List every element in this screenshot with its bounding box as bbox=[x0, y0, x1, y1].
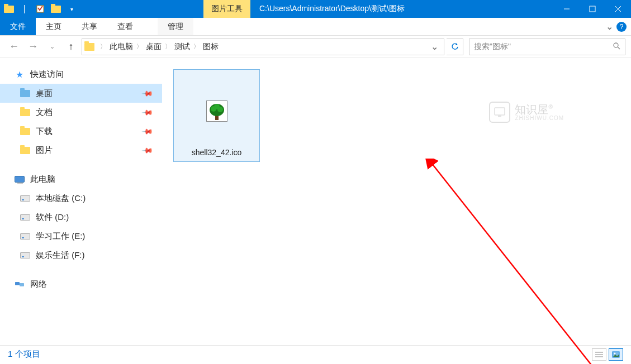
up-button[interactable]: ↑ bbox=[63, 39, 79, 55]
qat-dropdown-icon[interactable]: ▾ bbox=[66, 3, 77, 15]
svg-rect-2 bbox=[590, 6, 595, 12]
sidebar-drive-d[interactable]: 软件 (D:) bbox=[0, 208, 162, 227]
folder-icon bbox=[84, 43, 94, 51]
svg-rect-8 bbox=[20, 283, 24, 286]
sidebar-item-label: 桌面 bbox=[36, 88, 53, 99]
title-bar: | ▾ 图片工具 C:\Users\Administrator\Desktop\… bbox=[0, 0, 631, 18]
status-bar: 1 个项目 bbox=[0, 345, 631, 363]
annotation-arrow bbox=[335, 159, 626, 364]
tab-home[interactable]: 主页 bbox=[36, 18, 72, 35]
sidebar-item-desktop[interactable]: 桌面 📌 bbox=[0, 84, 162, 103]
sidebar-item-pictures[interactable]: 图片 📌 bbox=[0, 141, 162, 160]
svg-point-13 bbox=[214, 104, 220, 109]
back-button[interactable]: ← bbox=[6, 39, 22, 55]
svg-point-21 bbox=[614, 352, 616, 354]
pin-icon: 📌 bbox=[141, 144, 154, 156]
sidebar-drive-e[interactable]: 学习工作 (E:) bbox=[0, 227, 162, 246]
tab-share[interactable]: 共享 bbox=[72, 18, 107, 35]
pc-icon bbox=[15, 176, 25, 183]
address-dropdown-icon[interactable]: ⌄ bbox=[428, 41, 442, 52]
chevron-right-icon[interactable]: 〉 bbox=[134, 42, 145, 51]
watermark: 知识屋® ZHISHIWU.COM bbox=[489, 102, 564, 123]
window-title-path: C:\Users\Administrator\Desktop\测试\图标 bbox=[259, 4, 554, 14]
folder-icon bbox=[20, 128, 30, 135]
pin-icon: 📌 bbox=[141, 125, 154, 137]
minimize-button[interactable] bbox=[554, 0, 580, 18]
svg-rect-14 bbox=[495, 108, 505, 115]
sidebar-item-label: 图片 bbox=[36, 145, 53, 156]
svg-line-16 bbox=[431, 163, 609, 364]
sidebar-item-label: 娱乐生活 (F:) bbox=[36, 250, 85, 261]
tab-view[interactable]: 查看 bbox=[107, 18, 143, 35]
content-pane[interactable]: shell32_42.ico 知识屋® ZHISHIWU.COM bbox=[162, 58, 631, 345]
search-input[interactable]: 搜索"图标" bbox=[469, 39, 625, 55]
star-icon: ★ bbox=[15, 69, 25, 79]
refresh-button[interactable] bbox=[447, 39, 463, 55]
folder-icon bbox=[20, 109, 30, 116]
sidebar-drive-c[interactable]: 本地磁盘 (C:) bbox=[0, 189, 162, 208]
sidebar-item-label: 文档 bbox=[36, 107, 53, 118]
ribbon-tabs: 文件 主页 共享 查看 管理 ⌄ ? bbox=[0, 18, 631, 36]
breadcrumb[interactable]: 桌面 bbox=[145, 42, 163, 52]
recent-dropdown-icon[interactable]: ⌄ bbox=[44, 39, 60, 55]
navigation-bar: ← → ⌄ ↑ 〉 此电脑 〉 桌面 〉 测试 〉 图标 ⌄ 搜索"图标" bbox=[0, 36, 631, 58]
status-item-count: 1 个项目 bbox=[8, 349, 40, 360]
watermark-url: ZHISHIWU.COM bbox=[515, 115, 564, 121]
chevron-right-icon[interactable]: 〉 bbox=[191, 42, 202, 51]
search-icon[interactable] bbox=[613, 42, 620, 51]
sidebar-this-pc[interactable]: 此电脑 bbox=[0, 170, 162, 189]
pin-icon: 📌 bbox=[141, 87, 154, 99]
search-placeholder: 搜索"图标" bbox=[474, 42, 511, 52]
sidebar-network[interactable]: 网络 bbox=[0, 275, 162, 294]
help-icon[interactable]: ? bbox=[616, 22, 627, 32]
sidebar-item-label: 下载 bbox=[36, 126, 53, 137]
close-button[interactable] bbox=[605, 0, 631, 18]
watermark-brand: 知识屋® bbox=[515, 104, 564, 115]
contextual-tab-header: 图片工具 bbox=[203, 0, 250, 18]
svg-line-6 bbox=[618, 47, 620, 49]
address-bar[interactable]: 〉 此电脑 〉 桌面 〉 测试 〉 图标 ⌄ bbox=[82, 39, 444, 55]
sidebar-item-documents[interactable]: 文档 📌 bbox=[0, 103, 162, 122]
properties-icon[interactable] bbox=[35, 3, 46, 15]
sidebar-item-label: 本地磁盘 (C:) bbox=[36, 193, 86, 204]
file-item[interactable]: shell32_42.ico bbox=[173, 69, 260, 162]
network-icon bbox=[15, 279, 25, 289]
sidebar-item-label: 软件 (D:) bbox=[36, 212, 69, 223]
folder-icon[interactable] bbox=[3, 3, 15, 15]
forward-button[interactable]: → bbox=[25, 39, 41, 55]
disk-icon bbox=[20, 252, 30, 258]
sidebar-quick-access[interactable]: ★ 快速访问 bbox=[0, 65, 162, 84]
folder-icon bbox=[20, 90, 30, 97]
disk-icon bbox=[20, 233, 30, 240]
tree-icon bbox=[206, 100, 227, 122]
navigation-pane: ★ 快速访问 桌面 📌 文档 📌 下载 📌 图片 📌 bbox=[0, 58, 162, 345]
sidebar-label: 快速访问 bbox=[30, 69, 64, 80]
disk-icon bbox=[20, 214, 30, 221]
tab-manage[interactable]: 管理 bbox=[158, 18, 193, 35]
window-controls bbox=[554, 0, 631, 18]
file-tab[interactable]: 文件 bbox=[0, 18, 36, 35]
chevron-right-icon[interactable]: 〉 bbox=[98, 42, 108, 51]
thumbnails-view-button[interactable] bbox=[609, 348, 623, 361]
quick-access-toolbar: | ▾ bbox=[0, 3, 80, 15]
sidebar-item-label: 学习工作 (E:) bbox=[36, 231, 85, 242]
breadcrumb[interactable]: 此电脑 bbox=[108, 42, 134, 52]
maximize-button[interactable] bbox=[580, 0, 605, 18]
watermark-logo-icon bbox=[489, 102, 510, 123]
details-view-button[interactable] bbox=[592, 348, 606, 361]
new-folder-icon[interactable] bbox=[50, 3, 61, 15]
file-name: shell32_42.ico bbox=[177, 148, 256, 157]
sidebar-label: 此电脑 bbox=[30, 174, 55, 185]
svg-rect-7 bbox=[15, 282, 20, 285]
breadcrumb[interactable]: 图标 bbox=[202, 42, 220, 52]
svg-point-5 bbox=[614, 43, 618, 47]
qat-separator: | bbox=[19, 3, 30, 15]
sidebar-label: 网络 bbox=[30, 279, 47, 290]
breadcrumb[interactable]: 测试 bbox=[173, 42, 191, 52]
svg-rect-15 bbox=[498, 116, 501, 117]
disk-icon bbox=[20, 195, 30, 202]
chevron-right-icon[interactable]: 〉 bbox=[163, 42, 173, 51]
sidebar-item-downloads[interactable]: 下载 📌 bbox=[0, 122, 162, 141]
sidebar-drive-f[interactable]: 娱乐生活 (F:) bbox=[0, 246, 162, 265]
ribbon-collapse-icon[interactable]: ⌄ bbox=[606, 21, 613, 32]
